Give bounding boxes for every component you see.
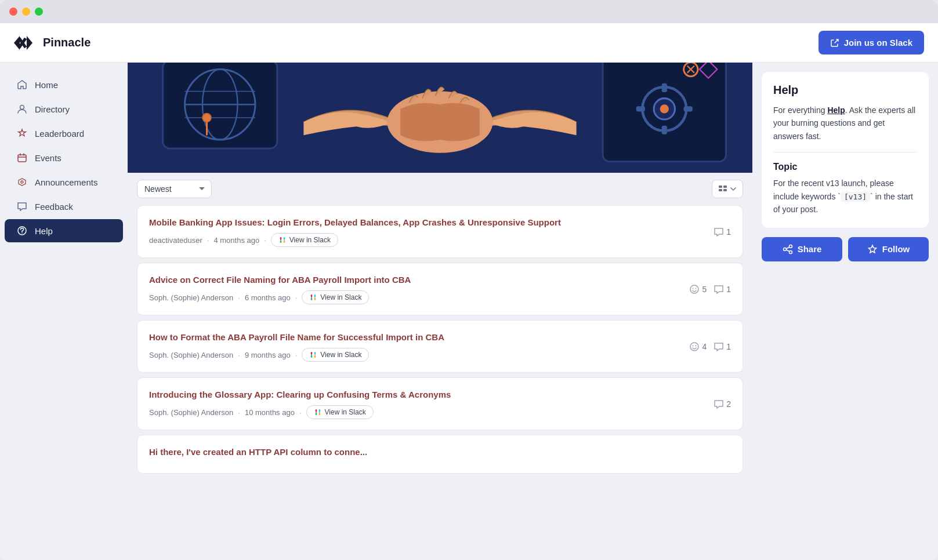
post-card-2[interactable]: Advice on Correct File Naming for ABA Pa… — [137, 263, 743, 315]
post-card-4[interactable]: Introducing the Glossary App: Clearing u… — [137, 377, 743, 430]
comment-icon-4 — [714, 399, 724, 409]
svg-point-16 — [202, 113, 211, 122]
svg-point-53 — [696, 288, 697, 289]
post-author-1: deactivateduser — [149, 236, 202, 245]
svg-rect-23 — [662, 83, 667, 92]
svg-point-74 — [783, 248, 786, 250]
minimize-button[interactable] — [22, 8, 30, 16]
post-card-3[interactable]: How to Format the ABA Payroll File Name … — [137, 320, 743, 373]
view-in-slack-btn-1[interactable]: View in Slack — [271, 233, 338, 247]
maximize-button[interactable] — [35, 8, 43, 16]
sidebar-item-home[interactable]: Home — [5, 73, 123, 96]
sidebar-item-announcements[interactable]: Announcements — [5, 170, 123, 194]
grid-view-icon — [718, 184, 727, 194]
sidebar-item-feedback[interactable]: Feedback — [5, 195, 123, 218]
view-toggle-button[interactable] — [712, 180, 743, 198]
svg-marker-0 — [14, 36, 20, 50]
chevron-down-icon — [730, 186, 737, 192]
sidebar-item-help[interactable]: Help — [5, 219, 123, 242]
post-title-1: Mobile Banking App Issues: Login Errors,… — [149, 216, 704, 228]
reaction-stat-2: 5 — [689, 284, 707, 294]
traffic-lights — [9, 8, 43, 16]
post-meta-1: deactivateduser · 4 months ago · — [149, 233, 704, 247]
window-chrome — [0, 0, 938, 23]
svg-point-51 — [690, 285, 698, 293]
svg-point-64 — [696, 345, 697, 346]
view-in-slack-btn-3[interactable]: View in Slack — [302, 348, 369, 362]
share-button[interactable]: Share — [762, 237, 842, 261]
filter-bar: Newest Oldest Most Popular — [128, 173, 752, 205]
close-button[interactable] — [9, 8, 17, 16]
sort-select[interactable]: Newest Oldest Most Popular — [137, 180, 212, 198]
post-card-1[interactable]: Mobile Banking App Issues: Login Errors,… — [137, 205, 743, 258]
svg-point-4 — [20, 106, 24, 110]
svg-point-22 — [660, 104, 669, 113]
sidebar-item-events[interactable]: Events — [5, 146, 123, 169]
view-in-slack-btn-2[interactable]: View in Slack — [302, 290, 369, 304]
post-stats-4: 2 — [714, 399, 731, 409]
post-time-2: 6 months ago — [245, 293, 291, 302]
svg-point-63 — [693, 345, 694, 346]
sidebar-directory-label: Directory — [35, 104, 70, 114]
sidebar-item-directory[interactable]: Directory — [5, 97, 123, 121]
banner-image — [128, 63, 752, 173]
sidebar-leaderboard-label: Leaderboard — [35, 129, 84, 139]
comment-icon-2 — [714, 284, 724, 294]
post-stats-3: 4 1 — [689, 341, 731, 352]
topic-code-tag: [v13] — [841, 192, 870, 202]
comment-stat-2: 1 — [714, 284, 731, 294]
external-link-icon — [830, 38, 839, 48]
join-slack-label: Join us on Slack — [844, 38, 912, 48]
svg-rect-50 — [314, 297, 316, 300]
svg-point-75 — [789, 250, 792, 253]
logo-text: Pinnacle — [43, 36, 90, 49]
post-content-2: Advice on Correct File Naming for ABA Pa… — [149, 274, 680, 304]
svg-rect-36 — [280, 237, 281, 240]
topic-title: Topic — [773, 162, 917, 172]
slack-color-icon-4 — [314, 408, 322, 416]
svg-rect-68 — [319, 409, 320, 412]
post-title-4: Introducing the Glossary App: Clearing u… — [149, 388, 704, 401]
follow-label: Follow — [882, 244, 910, 254]
post-card-5[interactable]: Hi there, I've created an HTTP API colum… — [137, 435, 743, 474]
svg-rect-10 — [163, 63, 277, 148]
svg-rect-66 — [316, 409, 317, 412]
home-icon — [16, 79, 28, 90]
slack-color-icon-3 — [309, 351, 317, 359]
post-time-1: 4 months ago — [213, 236, 259, 245]
help-link[interactable]: Help — [827, 106, 845, 115]
svg-rect-55 — [311, 352, 312, 355]
svg-rect-70 — [316, 412, 317, 415]
post-time-4: 10 months ago — [245, 408, 295, 417]
feedback-icon — [16, 201, 28, 212]
post-content-4: Introducing the Glossary App: Clearing u… — [149, 388, 704, 419]
sidebar-home-label: Home — [35, 80, 58, 90]
svg-rect-26 — [684, 106, 693, 111]
logo-area: Pinnacle — [14, 35, 90, 51]
share-icon — [783, 244, 793, 254]
sidebar-help-label: Help — [35, 226, 53, 236]
svg-marker-3 — [27, 36, 32, 50]
right-sidebar: Help For everything Help. Ask the expert… — [752, 63, 938, 560]
leaderboard-icon — [16, 128, 28, 139]
svg-rect-33 — [719, 189, 722, 191]
comment-icon-1 — [714, 227, 724, 237]
post-meta-3: Soph. (Sophie) Anderson · 9 months ago · — [149, 348, 680, 362]
share-label: Share — [798, 244, 822, 254]
view-in-slack-btn-4[interactable]: View in Slack — [306, 405, 374, 419]
post-title-2: Advice on Correct File Naming for ABA Pa… — [149, 274, 680, 286]
sidebar-events-label: Events — [35, 153, 61, 163]
post-content-3: How to Format the ABA Payroll File Name … — [149, 331, 680, 362]
sidebar-item-leaderboard[interactable]: Leaderboard — [5, 122, 123, 145]
follow-button[interactable]: Follow — [848, 237, 929, 261]
sidebar-announcements-label: Announcements — [35, 177, 97, 187]
comment-icon-3 — [714, 341, 724, 352]
svg-line-77 — [786, 250, 789, 252]
post-meta-4: Soph. (Sophie) Anderson · 10 months ago … — [149, 405, 704, 419]
announcements-icon — [16, 176, 28, 188]
reaction-icon-2 — [689, 284, 700, 294]
logo-icon — [14, 35, 37, 51]
comment-stat-4: 2 — [714, 399, 731, 409]
directory-icon — [16, 103, 28, 115]
join-slack-button[interactable]: Join us on Slack — [819, 31, 924, 54]
